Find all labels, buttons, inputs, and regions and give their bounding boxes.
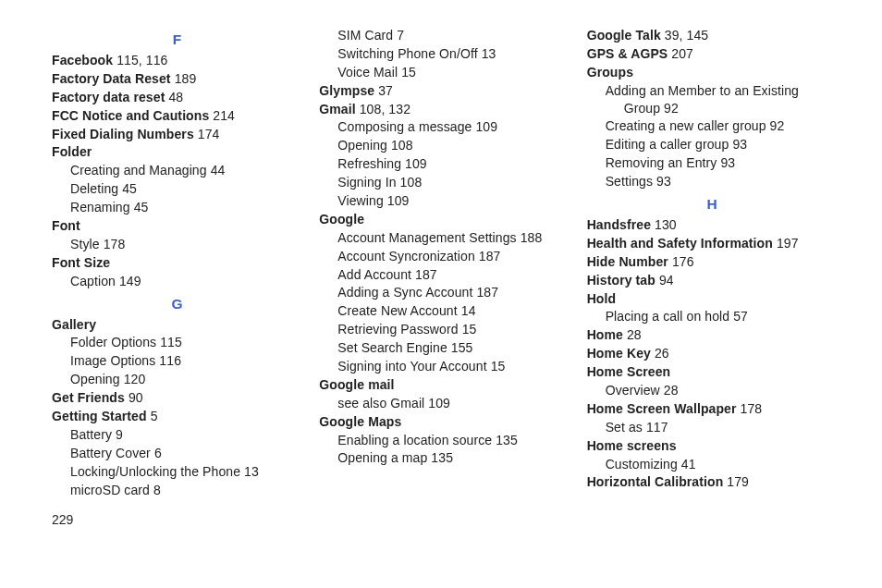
page-ref[interactable]: 187 — [476, 285, 498, 300]
page-ref[interactable]: 9 — [116, 427, 123, 442]
page-ref[interactable]: 15 — [491, 359, 506, 374]
page-ref[interactable]: 13 — [482, 46, 496, 61]
subentry-label: Deleting — [70, 181, 118, 196]
page-ref[interactable]: 15 — [462, 322, 477, 337]
subentry-label: Customizing — [606, 457, 678, 472]
index-subentry: Removing an Entry 93 — [587, 154, 838, 172]
page-ref[interactable]: 14 — [461, 303, 476, 318]
page-ref[interactable]: 115, 116 — [116, 53, 167, 67]
page-ref[interactable]: 57 — [733, 309, 748, 324]
index-column: FFacebook 115, 116Factory Data Reset 189… — [52, 26, 302, 499]
page-ref[interactable]: 115 — [160, 335, 182, 349]
page-ref[interactable]: 93 — [720, 155, 735, 170]
index-topic: Hold — [587, 290, 838, 308]
page-ref[interactable]: 197 — [777, 236, 799, 251]
page-number: 229 — [52, 512, 838, 527]
page-ref[interactable]: 176 — [672, 254, 694, 269]
page-ref[interactable]: 28 — [627, 327, 642, 342]
page-ref[interactable]: 7 — [397, 28, 404, 43]
index-subentry: Folder Options 115 — [52, 334, 302, 351]
page-ref[interactable]: 116 — [159, 353, 181, 368]
page-ref[interactable]: 8 — [153, 483, 161, 497]
subentry-label: Account Management Settings — [337, 230, 516, 245]
page-ref[interactable]: 45 — [122, 181, 137, 196]
topic-label: Fixed Dialing Numbers — [52, 127, 194, 141]
subentry-label: Renaming — [70, 200, 130, 214]
index-subentry: microSD card 8 — [52, 482, 302, 499]
subentry-label: Account Syncronization — [337, 249, 475, 263]
page-ref[interactable]: 135 — [431, 450, 453, 465]
page-ref[interactable]: 93 — [656, 174, 671, 189]
index-subentry: Opening 108 — [319, 137, 570, 154]
page-ref[interactable]: 179 — [727, 474, 749, 489]
subentry-label: Signing In — [337, 175, 396, 190]
page-ref[interactable]: 189 — [175, 71, 197, 86]
page-ref[interactable]: 13 — [244, 464, 259, 479]
page-ref[interactable]: 109 — [387, 193, 410, 208]
page-ref[interactable]: 108 — [391, 138, 413, 153]
page-ref[interactable]: 94 — [659, 273, 674, 288]
index-subentry: Creating and Managing 44 — [52, 162, 302, 179]
index-columns: FFacebook 115, 116Factory Data Reset 189… — [52, 26, 838, 499]
topic-label: Google Maps — [319, 414, 401, 429]
page-ref[interactable]: 90 — [129, 390, 143, 405]
page-ref[interactable]: 6 — [154, 446, 162, 460]
page-ref[interactable]: 28 — [664, 383, 679, 398]
index-subentry: Editing a caller group 93 — [587, 136, 838, 153]
index-subentry: Add Account 187 — [319, 266, 570, 284]
page-ref[interactable]: 108 — [400, 175, 423, 190]
page-ref[interactable]: 117 — [646, 420, 668, 435]
page-ref[interactable]: 48 — [168, 90, 183, 104]
subentry-label: Opening a map — [337, 450, 427, 465]
index-subentry: Set as 117 — [587, 419, 838, 436]
page-ref[interactable]: 93 — [732, 137, 747, 152]
section-letter: F — [52, 31, 302, 48]
subentry-label: Caption — [70, 274, 116, 288]
page-ref[interactable]: 5 — [151, 409, 158, 423]
page-ref[interactable]: 44 — [211, 163, 226, 178]
topic-label: Get Friends — [52, 390, 125, 405]
index-topic: Horizontal Calibration 179 — [587, 473, 838, 491]
page-ref[interactable]: 130 — [655, 217, 677, 232]
index-topic: Home Screen — [587, 363, 838, 381]
page-ref[interactable]: 178 — [741, 401, 763, 416]
index-subentry: Composing a message 109 — [319, 118, 570, 136]
page-ref[interactable]: 108, 132 — [360, 102, 410, 116]
page-ref[interactable]: 109 — [428, 396, 450, 410]
topic-label: Handsfree — [587, 217, 651, 232]
page-ref[interactable]: 178 — [104, 237, 126, 251]
page-ref[interactable]: 135 — [496, 433, 518, 447]
page-ref[interactable]: 26 — [655, 346, 669, 361]
page-ref[interactable]: 120 — [124, 372, 146, 386]
subentry-label: Creating and Managing — [70, 163, 207, 178]
page-ref[interactable]: 155 — [451, 340, 473, 355]
page-ref[interactable]: 37 — [378, 83, 393, 98]
subentry-label: Locking/Unlocking the Phone — [70, 464, 240, 479]
page-ref[interactable]: 109 — [405, 156, 427, 171]
topic-label: Google Talk — [587, 28, 661, 43]
page-ref[interactable]: 92 — [664, 101, 679, 116]
subentry-label: Editing a caller group — [606, 137, 729, 152]
page-ref[interactable]: 92 — [770, 118, 785, 133]
page-ref[interactable]: 187 — [479, 249, 501, 263]
page-ref[interactable]: 174 — [198, 127, 220, 141]
index-topic: Google mail — [319, 376, 570, 394]
page-ref[interactable]: 207 — [671, 46, 693, 61]
topic-label: Home Key — [587, 346, 651, 361]
page-ref[interactable]: 188 — [521, 230, 543, 245]
page-ref[interactable]: 39, 145 — [665, 28, 708, 43]
page-ref[interactable]: 41 — [681, 457, 696, 472]
page-ref[interactable]: 187 — [415, 267, 437, 282]
index-subentry: Refreshing 109 — [319, 155, 570, 173]
subentry-label: Enabling a location source — [337, 433, 492, 447]
page-ref[interactable]: 214 — [213, 108, 235, 123]
subentry-label: Settings — [606, 174, 653, 189]
page-ref[interactable]: 109 — [475, 119, 497, 134]
subentry-label: Overview — [606, 383, 660, 398]
index-subentry: Voice Mail 15 — [319, 64, 570, 81]
page-ref[interactable]: 45 — [134, 200, 149, 214]
page-ref[interactable]: 15 — [401, 65, 416, 80]
page-ref[interactable]: 149 — [119, 274, 141, 288]
index-subentry: SIM Card 7 — [319, 27, 570, 44]
index-column: SIM Card 7Switching Phone On/Off 13Voice… — [319, 26, 570, 499]
